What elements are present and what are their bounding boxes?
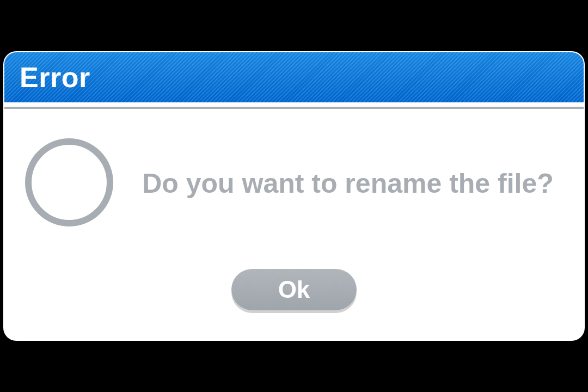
message-row: Do you want to rename the file? — [23, 136, 565, 231]
title-bar: Error — [4, 52, 584, 102]
error-dialog: Error Do you want to rename the file? Ok — [3, 51, 585, 341]
svg-rect-2 — [64, 197, 75, 208]
svg-rect-1 — [64, 157, 75, 192]
dialog-message: Do you want to rename the file? — [131, 167, 565, 201]
exclamation-icon — [23, 136, 115, 231]
svg-point-0 — [28, 142, 110, 223]
ok-button[interactable]: Ok — [231, 269, 357, 310]
dialog-title: Error — [20, 61, 90, 94]
button-row: Ok — [23, 269, 565, 310]
dialog-body: Do you want to rename the file? Ok — [4, 109, 584, 340]
